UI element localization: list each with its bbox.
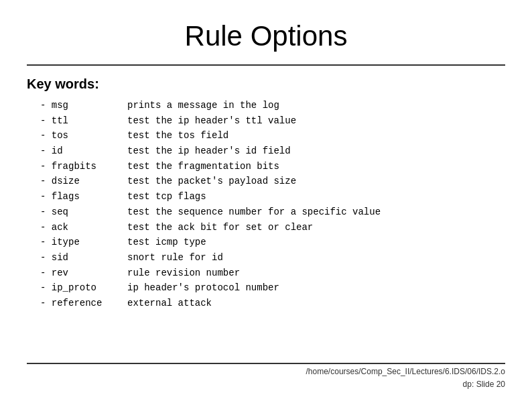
keyword-key-6: - flags xyxy=(40,190,127,205)
keyword-key-1: - ttl xyxy=(40,114,127,129)
bottom-divider xyxy=(27,363,505,364)
keyword-value-2: test the tos field xyxy=(127,129,505,144)
keyword-key-0: - msg xyxy=(40,99,127,113)
keyword-value-6: test tcp flags xyxy=(127,190,505,205)
keyword-key-2: - tos xyxy=(40,129,127,144)
keyword-value-10: snort rule for id xyxy=(127,251,505,266)
footer-line1: /home/courses/Comp_Sec_II/Lectures/6.IDS… xyxy=(306,365,505,378)
keyword-value-13: external attack xyxy=(127,296,505,311)
keyword-value-8: test the ack bit for set or clear xyxy=(127,221,505,235)
keyword-key-5: - dsize xyxy=(40,174,127,189)
keyword-key-12: - ip_proto xyxy=(40,281,127,296)
keyword-key-11: - rev xyxy=(40,266,127,281)
footer-line2: dp: Slide 20 xyxy=(306,378,505,391)
keyword-key-13: - reference xyxy=(40,296,127,311)
keyword-value-0: prints a message in the log xyxy=(127,99,505,113)
top-divider xyxy=(27,64,505,66)
keyword-value-12: ip header's protocol number xyxy=(127,281,505,296)
section-header: Key words: xyxy=(27,76,505,92)
keyword-key-3: - id xyxy=(40,144,127,159)
keyword-value-7: test the sequence number for a specific … xyxy=(127,205,505,220)
slide: Rule Options Key words: - msgprints a me… xyxy=(0,0,532,399)
keyword-value-9: test icmp type xyxy=(127,235,505,250)
keyword-value-1: test the ip header's ttl value xyxy=(127,114,505,129)
keyword-value-11: rule revision number xyxy=(127,266,505,281)
keyword-key-10: - sid xyxy=(40,251,127,266)
keyword-key-9: - itype xyxy=(40,235,127,250)
keyword-key-7: - seq xyxy=(40,205,127,220)
footer: /home/courses/Comp_Sec_II/Lectures/6.IDS… xyxy=(306,365,505,391)
keyword-key-8: - ack xyxy=(40,221,127,235)
keyword-key-4: - fragbits xyxy=(40,160,127,174)
keyword-value-5: test the packet's payload size xyxy=(127,174,505,189)
slide-title: Rule Options xyxy=(27,20,505,52)
keyword-value-4: test the fragmentation bits xyxy=(127,160,505,174)
keywords-table: - msgprints a message in the log- ttltes… xyxy=(40,99,505,311)
keyword-value-3: test the ip header's id field xyxy=(127,144,505,159)
